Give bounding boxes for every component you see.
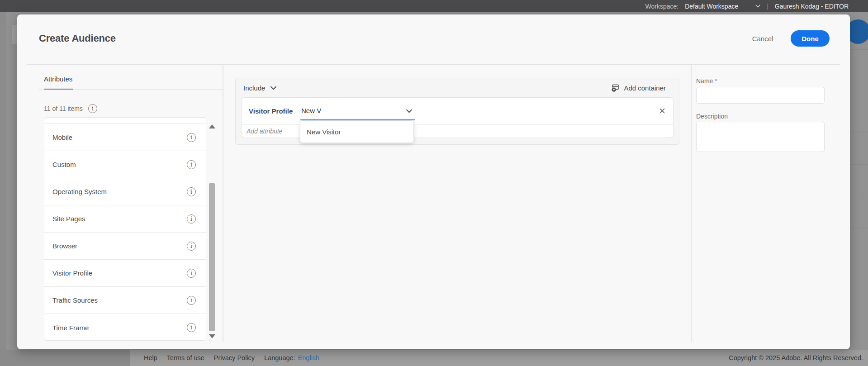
- info-icon[interactable]: i: [187, 296, 196, 305]
- description-label: Description: [696, 113, 728, 120]
- attributes-list: Mobile i Custom i Operating System i Sit…: [44, 117, 206, 341]
- workspace-dropdown[interactable]: Default Workspace: [685, 3, 760, 10]
- info-icon[interactable]: i: [187, 214, 196, 223]
- info-icon[interactable]: i: [187, 242, 196, 251]
- remove-attribute-button[interactable]: [659, 108, 666, 115]
- scrollbar-thumb[interactable]: [209, 183, 215, 331]
- page-title: Create Audience: [39, 33, 116, 44]
- background-table-line: [850, 164, 868, 165]
- list-item-label: Visitor Profile: [52, 269, 92, 277]
- create-audience-dialog: Create Audience Cancel Done Attributes 1…: [17, 14, 850, 349]
- tab-attributes[interactable]: Attributes: [44, 75, 72, 83]
- chevron-down-icon: [755, 5, 760, 8]
- background-table-line: [850, 49, 868, 50]
- background-table-line: [850, 133, 868, 133]
- list-item-visitor-profile[interactable]: Visitor Profile i: [44, 260, 206, 287]
- footer-sidebar-area: [0, 350, 130, 366]
- list-item-label: Browser: [52, 242, 77, 250]
- scroll-down-icon[interactable]: [209, 334, 215, 338]
- attribute-value-combobox[interactable]: New V: [300, 103, 415, 120]
- tabs-divider: [39, 89, 223, 90]
- topbar-divider: |: [767, 3, 768, 10]
- close-icon: [659, 108, 665, 114]
- add-container-button[interactable]: Add container: [611, 81, 666, 94]
- list-item-site-pages[interactable]: Site Pages i: [44, 205, 206, 233]
- list-item-custom[interactable]: Custom i: [44, 151, 206, 178]
- language-link[interactable]: English: [298, 354, 320, 361]
- add-container-label: Add container: [624, 84, 666, 92]
- background-table-line: [850, 228, 868, 228]
- combobox-value: New V: [301, 107, 321, 114]
- scroll-up-icon[interactable]: [209, 124, 215, 128]
- list-item-traffic-sources[interactable]: Traffic Sources i: [44, 287, 206, 314]
- description-field[interactable]: [696, 122, 825, 152]
- info-icon[interactable]: i: [187, 269, 196, 278]
- language-row: Language: English: [264, 354, 319, 361]
- combobox-popup: New Visitor: [300, 120, 414, 143]
- help-link[interactable]: Help: [144, 354, 157, 361]
- option-new-visitor[interactable]: New Visitor: [300, 121, 413, 143]
- app-topbar: Workspace: Default Workspace | Gauresh K…: [0, 0, 868, 12]
- list-item-time-frame[interactable]: Time Frame i: [44, 314, 206, 341]
- attribute-name-label: Visitor Profile: [242, 107, 293, 115]
- details-divider: [691, 65, 692, 342]
- header-divider: [27, 64, 840, 65]
- terms-link[interactable]: Terms of use: [167, 354, 204, 361]
- name-field[interactable]: [696, 87, 825, 104]
- footer-links: Help Terms of use Privacy Policy Languag…: [144, 350, 319, 366]
- info-icon[interactable]: i: [88, 104, 97, 113]
- name-label: Name *: [696, 77, 717, 85]
- workspace-value: Default Workspace: [685, 3, 738, 10]
- list-item-partial: [44, 118, 206, 124]
- list-item-label: Custom: [52, 161, 76, 168]
- list-item-browser[interactable]: Browser i: [44, 233, 206, 260]
- list-item-label: Mobile: [52, 133, 72, 141]
- list-item-label: Time Frame: [52, 324, 89, 332]
- list-item-label: Site Pages: [52, 215, 85, 223]
- items-count-row: 11 of 11 items i: [44, 104, 97, 113]
- list-item-label: Traffic Sources: [52, 296, 98, 304]
- background-left-rail: [0, 12, 6, 350]
- chevron-down-icon: [270, 86, 276, 90]
- screen: Workspace: Default Workspace | Gauresh K…: [0, 0, 868, 366]
- include-dropdown[interactable]: Include: [243, 82, 276, 94]
- list-item-operating-system[interactable]: Operating System i: [44, 178, 206, 205]
- copyright-text: Copyright © 2025 Adobe. All Rights Reser…: [729, 350, 863, 366]
- add-container-icon: [611, 83, 620, 92]
- list-item-mobile[interactable]: Mobile i: [44, 124, 206, 151]
- include-label: Include: [243, 84, 265, 92]
- privacy-link[interactable]: Privacy Policy: [214, 354, 255, 361]
- add-attribute-button[interactable]: Add attribute: [247, 128, 282, 135]
- cancel-button[interactable]: Cancel: [744, 31, 782, 46]
- info-icon[interactable]: i: [187, 187, 196, 196]
- workspace-label: Workspace:: [645, 3, 679, 10]
- language-label: Language:: [264, 354, 295, 361]
- items-count-label: 11 of 11 items: [44, 105, 83, 112]
- sidebar-divider: [223, 65, 223, 342]
- info-icon[interactable]: i: [187, 323, 196, 332]
- background-table-line: [850, 196, 868, 196]
- page-footer: Help Terms of use Privacy Policy Languag…: [0, 350, 868, 366]
- done-button[interactable]: Done: [791, 30, 830, 47]
- info-icon[interactable]: i: [187, 160, 196, 169]
- user-role-label: Gauresh Kodag - EDITOR: [775, 3, 849, 10]
- chevron-down-icon[interactable]: [406, 109, 412, 113]
- list-item-label: Operating System: [52, 188, 107, 195]
- info-icon[interactable]: i: [187, 133, 196, 142]
